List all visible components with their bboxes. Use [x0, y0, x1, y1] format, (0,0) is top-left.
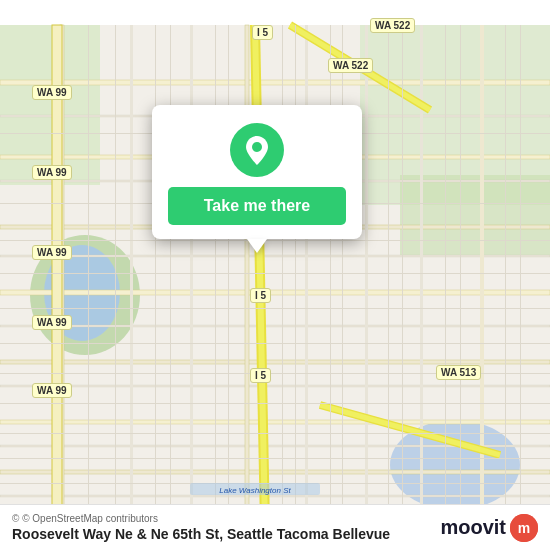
- svg-rect-44: [0, 433, 550, 434]
- road-label-wa513: WA 513: [436, 365, 481, 380]
- svg-rect-59: [402, 25, 403, 525]
- svg-rect-40: [0, 308, 550, 309]
- svg-text:m: m: [518, 520, 530, 536]
- road-label-wa99-4: WA 99: [32, 315, 72, 330]
- svg-rect-22: [130, 25, 133, 525]
- road-label-wa99-2: WA 99: [32, 165, 72, 180]
- svg-rect-39: [0, 273, 550, 274]
- svg-rect-62: [505, 25, 506, 525]
- svg-rect-53: [228, 25, 229, 525]
- take-me-there-button[interactable]: Take me there: [168, 187, 346, 225]
- moovit-logo: moovit m: [440, 514, 538, 542]
- popup-card: Take me there: [152, 105, 362, 239]
- moovit-logo-text: moovit: [440, 516, 506, 539]
- svg-rect-26: [365, 25, 368, 525]
- svg-rect-11: [0, 360, 550, 364]
- osm-attribution: © © OpenStreetMap contributors: [12, 513, 390, 524]
- osm-text: © OpenStreetMap contributors: [22, 513, 158, 524]
- svg-rect-50: [155, 25, 156, 525]
- svg-rect-58: [388, 25, 389, 525]
- svg-text:Lake Washington St: Lake Washington St: [219, 486, 291, 495]
- svg-rect-38: [0, 240, 550, 241]
- road-label-wa522-top: WA 522: [370, 18, 415, 33]
- svg-rect-54: [282, 25, 283, 525]
- svg-rect-1: [0, 25, 100, 185]
- svg-rect-55: [295, 25, 296, 525]
- svg-rect-49: [115, 25, 116, 525]
- road-label-wa99-3: WA 99: [32, 245, 72, 260]
- svg-rect-16: [0, 255, 550, 257]
- svg-rect-60: [445, 25, 446, 525]
- road-label-i5-mid: I 5: [250, 288, 271, 303]
- svg-rect-24: [245, 25, 249, 525]
- svg-rect-25: [305, 25, 308, 525]
- location-pin-icon: [230, 123, 284, 177]
- moovit-logo-dot: m: [510, 514, 538, 542]
- svg-rect-52: [215, 25, 216, 525]
- svg-rect-61: [460, 25, 461, 525]
- svg-rect-13: [0, 470, 550, 474]
- svg-rect-56: [330, 25, 331, 525]
- svg-rect-10: [0, 290, 550, 295]
- road-label-i5-top: I 5: [252, 25, 273, 40]
- svg-rect-20: [0, 495, 550, 497]
- svg-rect-48: [88, 25, 89, 525]
- svg-rect-45: [0, 458, 550, 459]
- map-container: Lake Washington St WA 522 WA 522 I 5 WA …: [0, 0, 550, 550]
- road-label-i5-lower: I 5: [250, 368, 271, 383]
- svg-rect-43: [0, 403, 550, 404]
- svg-rect-51: [170, 25, 171, 525]
- location-title: Roosevelt Way Ne & Ne 65th St, Seattle T…: [12, 526, 390, 542]
- road-label-wa99-5: WA 99: [32, 383, 72, 398]
- copyright-symbol: ©: [12, 513, 19, 524]
- svg-rect-23: [190, 25, 193, 525]
- svg-rect-41: [0, 343, 550, 344]
- svg-rect-7: [0, 80, 550, 85]
- svg-rect-57: [342, 25, 343, 525]
- svg-rect-17: [0, 325, 550, 327]
- svg-rect-18: [0, 385, 550, 387]
- svg-rect-12: [0, 420, 550, 424]
- map-background: Lake Washington St: [0, 0, 550, 550]
- svg-rect-29: [52, 25, 62, 525]
- bottom-left-info: © © OpenStreetMap contributors Roosevelt…: [12, 513, 390, 542]
- road-label-wa99-1: WA 99: [32, 85, 72, 100]
- svg-rect-63: [520, 25, 521, 525]
- road-label-wa522-mid: WA 522: [328, 58, 373, 73]
- svg-point-67: [252, 142, 262, 152]
- bottom-bar: © © OpenStreetMap contributors Roosevelt…: [0, 504, 550, 550]
